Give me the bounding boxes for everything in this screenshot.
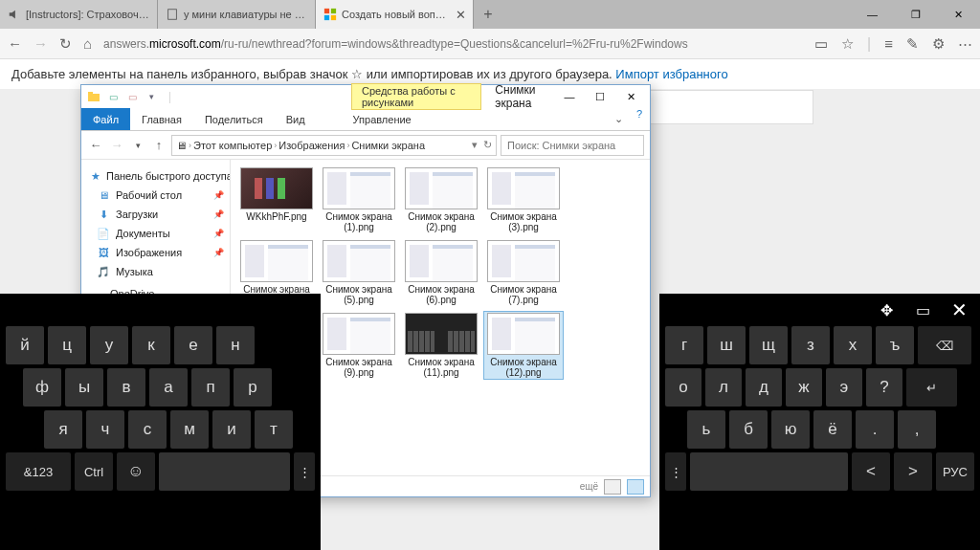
crumb[interactable]: Изображения bbox=[278, 140, 345, 151]
favorite-icon[interactable]: ☆ bbox=[841, 35, 854, 53]
refresh-icon[interactable]: ↻ bbox=[483, 139, 492, 151]
window-controls: — ❐ ✕ bbox=[851, 0, 980, 29]
svg-rect-1 bbox=[324, 9, 329, 13]
file-name: WKkhPhF.png bbox=[246, 211, 306, 222]
icons-view-button[interactable] bbox=[627, 479, 644, 495]
maximize-button[interactable]: ☐ bbox=[585, 86, 615, 107]
ribbon-view-tab[interactable]: Вид bbox=[275, 108, 317, 130]
file-name: Снимок экрана (6).png bbox=[403, 284, 479, 305]
nav-quick-access[interactable]: ★Панель быстрого доступа bbox=[81, 164, 230, 186]
close-button[interactable]: ✕ bbox=[615, 86, 646, 107]
search-input[interactable] bbox=[501, 135, 644, 156]
nav-back-button[interactable]: ← bbox=[87, 138, 104, 152]
help-icon[interactable]: ? bbox=[629, 108, 650, 130]
back-button[interactable]: ← bbox=[8, 35, 22, 52]
nav-pictures[interactable]: 🖼Изображения📌 bbox=[81, 243, 230, 262]
svg-rect-4 bbox=[331, 15, 336, 20]
home-button[interactable]: ⌂ bbox=[83, 35, 92, 52]
tab-0[interactable]: [Instructors]: Страховочный bbox=[0, 0, 158, 29]
file-item[interactable]: Снимок экрана (1).png bbox=[319, 165, 399, 234]
nav-desktop[interactable]: 🖥Рабочий стол📌 bbox=[81, 186, 230, 205]
pc-icon: 🖥 bbox=[91, 309, 104, 322]
address-bar[interactable]: answers.microsoft.com/ru-ru/newthread?fo… bbox=[103, 37, 803, 51]
close-button[interactable]: ✕ bbox=[937, 0, 980, 29]
file-thumbnail bbox=[323, 313, 395, 355]
volume-icon bbox=[8, 8, 21, 21]
reading-view-icon[interactable]: ▭ bbox=[814, 35, 828, 53]
tab-1[interactable]: у мини клавиатуры не изм bbox=[158, 0, 316, 29]
tab-2[interactable]: Создать новый вопрос ✕ bbox=[316, 0, 474, 29]
file-item[interactable]: Снимок экрана (6).png bbox=[401, 238, 481, 307]
ribbon-tabs: Файл Главная Поделиться Вид Управление ⌄… bbox=[81, 108, 650, 131]
forward-button[interactable]: → bbox=[33, 35, 48, 52]
nav-thispc[interactable]: 🖥Этот компьютер bbox=[81, 303, 230, 325]
tab-title: у мини клавиатуры не изм bbox=[184, 9, 307, 20]
minimize-button[interactable]: — bbox=[554, 86, 585, 107]
tab-bar: [Instructors]: Страховочный у мини клави… bbox=[0, 0, 980, 29]
nav-downloads[interactable]: ⬇Загрузки📌 bbox=[81, 205, 230, 224]
share-icon[interactable]: ⚙ bbox=[932, 35, 945, 53]
crumb[interactable]: Снимки экрана bbox=[351, 140, 425, 151]
file-name: Снимок экрана (1).png bbox=[321, 211, 397, 232]
explorer-titlebar[interactable]: ▭ ▭ ▾ │ Средства работы с рисунками Сним… bbox=[81, 85, 650, 108]
crumb[interactable]: Этот компьютер bbox=[193, 140, 272, 151]
import-favorites-link[interactable]: Импорт избранного bbox=[615, 67, 727, 81]
pc-icon: 🖥 bbox=[176, 140, 187, 151]
file-item[interactable]: Снимок экрана (11).png bbox=[401, 311, 481, 380]
file-name: Снимок экрана (8).png bbox=[238, 357, 315, 378]
file-item[interactable]: Снимок экрана (3).png bbox=[483, 165, 564, 234]
ribbon-file-tab[interactable]: Файл bbox=[81, 108, 130, 130]
ribbon-share-tab[interactable]: Поделиться bbox=[193, 108, 275, 130]
documents-icon: 📄 bbox=[97, 227, 110, 240]
ribbon-manage-tab[interactable]: Управление bbox=[342, 108, 423, 130]
file-item[interactable]: Снимок экрана (2).png bbox=[401, 165, 481, 234]
svg-rect-6 bbox=[88, 92, 93, 95]
file-thumbnail bbox=[323, 240, 395, 282]
file-name: Снимок экрана (7).png bbox=[485, 284, 562, 305]
maximize-button[interactable]: ❐ bbox=[894, 0, 937, 29]
nav-history-icon[interactable]: ▾ bbox=[129, 141, 146, 150]
nav-documents[interactable]: 📄Документы📌 bbox=[81, 224, 230, 243]
pin-icon: 📌 bbox=[213, 209, 224, 219]
minimize-button[interactable]: — bbox=[851, 0, 894, 29]
details-view-button[interactable] bbox=[604, 479, 621, 495]
qat-dropdown-icon[interactable]: ▾ bbox=[143, 88, 160, 105]
address-row: ← → ▾ ↑ 🖥 › Этот компьютер › Изображения… bbox=[81, 131, 650, 160]
file-thumbnail bbox=[240, 313, 313, 355]
file-item[interactable]: Снимок экрана (12).png bbox=[483, 311, 564, 380]
ribbon-collapse-icon[interactable]: ⌄ bbox=[609, 108, 629, 130]
file-explorer-window: ▭ ▭ ▾ │ Средства работы с рисунками Сним… bbox=[80, 84, 651, 497]
qat-new-icon[interactable]: ▭ bbox=[123, 88, 141, 105]
breadcrumb[interactable]: 🖥 › Этот компьютер › Изображения › Снимк… bbox=[171, 135, 497, 156]
nav-pane: ★Панель быстрого доступа 🖥Рабочий стол📌 … bbox=[81, 160, 231, 475]
file-name: Снимок экрана (3).png bbox=[485, 211, 562, 232]
file-name: Снимок экрана (9).png bbox=[321, 357, 397, 378]
nav-music[interactable]: 🎵Музыка bbox=[81, 262, 230, 281]
microsoft-icon bbox=[323, 8, 337, 21]
qat-props-icon[interactable]: ▭ bbox=[104, 88, 122, 105]
file-item[interactable]: Снимок экрана (5).png bbox=[319, 238, 399, 307]
file-name: Снимок экрана (12).png bbox=[485, 357, 562, 378]
more-icon[interactable]: ⋯ bbox=[958, 35, 972, 53]
svg-rect-0 bbox=[168, 10, 177, 20]
page-icon bbox=[166, 8, 179, 21]
file-item[interactable]: Снимок экрана (9).png bbox=[319, 311, 399, 380]
file-item[interactable]: WKkhPhF.png bbox=[236, 165, 317, 234]
close-icon[interactable]: ✕ bbox=[456, 8, 465, 22]
nav-onedrive[interactable]: ☁OneDrive bbox=[81, 281, 230, 303]
nav-forward-button[interactable]: → bbox=[108, 138, 125, 152]
refresh-button[interactable]: ↻ bbox=[59, 35, 72, 53]
file-thumbnail bbox=[405, 240, 478, 282]
dropdown-icon[interactable]: ▾ bbox=[472, 139, 478, 151]
file-item[interactable]: Снимок экрана (4).png bbox=[236, 238, 317, 307]
file-grid[interactable]: WKkhPhF.pngСнимок экрана (1).pngСнимок э… bbox=[231, 160, 650, 475]
file-item[interactable]: Снимок экрана (7).png bbox=[483, 238, 564, 307]
new-tab-button[interactable]: + bbox=[474, 0, 502, 29]
file-name: Снимок экрана (5).png bbox=[321, 284, 397, 305]
nav-up-button[interactable]: ↑ bbox=[150, 138, 167, 152]
notes-icon[interactable]: ✎ bbox=[906, 35, 919, 53]
file-item[interactable]: Снимок экрана (8).png bbox=[236, 311, 317, 380]
hub-icon[interactable]: ≡ bbox=[884, 35, 893, 52]
ribbon-home-tab[interactable]: Главная bbox=[130, 108, 193, 130]
window-title: Снимки экрана bbox=[495, 83, 554, 110]
